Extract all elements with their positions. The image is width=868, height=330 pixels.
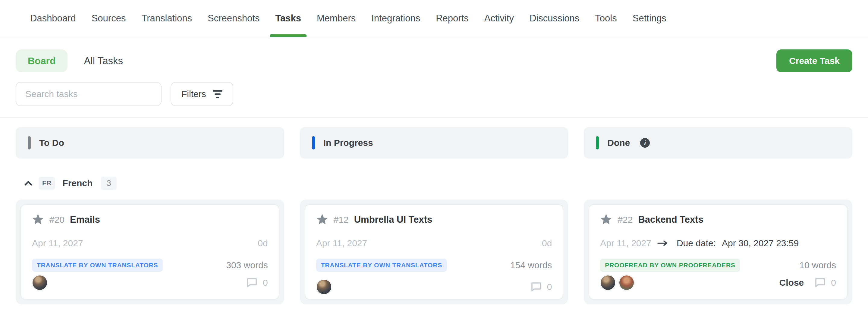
nav-item-activity[interactable]: Activity [476,0,522,37]
in-progress-color-bar [312,136,315,149]
duration: 0d [542,238,552,248]
duration: 0d [258,238,268,248]
nav-item-screenshots[interactable]: Screenshots [200,0,267,37]
card-footer: 0 [316,279,552,295]
filter-lines-icon [213,90,222,98]
comment-bubble-icon [530,281,542,293]
card-footer: Close 0 [600,275,836,291]
task-count-badge: 3 [101,177,117,190]
status-badge: Translate by own translators [316,259,447,272]
project-nav: Dashboard Sources Translations Screensho… [0,0,868,37]
nav-item-reports[interactable]: Reports [428,0,476,37]
in-progress-column-lane: #12 Umbrella UI Texts Apr 11, 2027 0d Tr… [300,200,568,304]
word-count: 10 words [799,260,836,270]
task-id: #22 [618,215,632,225]
task-title: Backend Texts [638,214,704,225]
tab-board[interactable]: Board [16,50,67,72]
card-title-row: #22 Backend Texts [600,214,836,226]
nav-item-integrations[interactable]: Integrations [364,0,428,37]
comment-bubble-icon [246,277,258,289]
assignee-avatar[interactable] [32,275,48,291]
comments[interactable]: 0 [530,281,552,293]
column-label: Done [607,138,630,148]
card-title-row: #12 Umbrella UI Texts [316,214,552,226]
done-color-bar [596,136,599,149]
filter-bar: Filters [0,72,868,118]
status-badge: Proofread by own proofreaders [600,259,740,272]
card-badge-row: Proofread by own proofreaders 10 words [600,259,836,272]
card-badge-row: Translate by own translators 303 words [32,259,268,272]
language-name: French [62,178,93,188]
column-label: In Progress [323,138,373,148]
column-label: To Do [39,138,64,148]
task-card-emails[interactable]: #20 Emails Apr 11, 2027 0d Translate by … [21,204,279,300]
comment-count: 0 [263,277,268,288]
view-toolbar: Board All Tasks Create Task [0,37,868,72]
status-badge: Translate by own translators [32,259,163,272]
nav-item-members[interactable]: Members [309,0,364,37]
column-header-done: Done i [584,127,852,158]
nav-item-tasks[interactable]: Tasks [267,0,309,37]
due-date-value: Apr 30, 2027 23:59 [722,238,799,248]
filters-button[interactable]: Filters [170,82,233,106]
column-header-todo: To Do [16,127,284,158]
nav-item-translations[interactable]: Translations [133,0,200,37]
comment-bubble-icon [814,277,826,289]
tasks-board-page: Dashboard Sources Translations Screensho… [0,0,868,330]
todo-color-bar [28,136,31,149]
task-card-backend-texts[interactable]: #22 Backend Texts Apr 11, 2027 Due date:… [589,204,847,300]
search-input[interactable] [16,82,161,106]
word-count: 303 words [226,260,268,270]
card-date-row: Apr 11, 2027 0d [316,238,552,248]
star-icon[interactable] [32,214,44,226]
word-count: 154 words [510,260,552,270]
star-icon[interactable] [600,214,612,226]
card-title-row: #20 Emails [32,214,268,226]
done-column-lane: #22 Backend Texts Apr 11, 2027 Due date:… [584,200,852,304]
comment-count: 0 [831,277,836,288]
star-icon[interactable] [316,214,328,226]
start-date: Apr 11, 2027 [600,238,651,248]
card-date-row: Apr 11, 2027 0d [32,238,268,248]
create-task-button[interactable]: Create Task [776,50,852,72]
task-id: #12 [334,215,349,225]
start-date: Apr 11, 2027 [316,238,367,248]
arrow-right-icon [657,240,668,246]
assignee-avatar[interactable] [316,279,332,295]
task-card-umbrella-ui-texts[interactable]: #12 Umbrella UI Texts Apr 11, 2027 0d Tr… [305,204,564,300]
nav-item-tools[interactable]: Tools [587,0,624,37]
task-title: Umbrella UI Texts [354,214,433,225]
due-date-label: Due date: [677,238,716,248]
nav-item-settings[interactable]: Settings [625,0,674,37]
todo-column-lane: #20 Emails Apr 11, 2027 0d Translate by … [16,200,284,304]
card-date-row: Apr 11, 2027 Due date: Apr 30, 2027 23:5… [600,238,836,248]
comments[interactable]: 0 [814,277,836,289]
chevron-up-icon[interactable] [24,181,33,186]
assignee-avatar[interactable] [600,275,616,291]
nav-item-sources[interactable]: Sources [84,0,134,37]
nav-item-dashboard[interactable]: Dashboard [22,0,84,37]
info-icon[interactable]: i [640,138,650,148]
column-header-in-progress: In Progress [300,127,568,158]
close-task-link[interactable]: Close [779,277,804,288]
tab-all-tasks[interactable]: All Tasks [84,55,123,67]
comments[interactable]: 0 [246,277,268,289]
card-footer: 0 [32,275,268,291]
card-badge-row: Translate by own translators 154 words [316,259,552,272]
start-date: Apr 11, 2027 [32,238,83,248]
language-group-header[interactable]: FR French 3 [0,158,868,200]
filters-button-label: Filters [181,89,206,99]
language-code-badge: FR [38,177,55,189]
assignee-avatar[interactable] [619,275,634,291]
task-id: #20 [50,215,64,225]
nav-item-discussions[interactable]: Discussions [522,0,587,37]
board-cards-row: #20 Emails Apr 11, 2027 0d Translate by … [0,200,868,304]
task-title: Emails [70,214,100,225]
comment-count: 0 [547,282,552,292]
board-column-headers: To Do In Progress Done i [0,118,868,158]
